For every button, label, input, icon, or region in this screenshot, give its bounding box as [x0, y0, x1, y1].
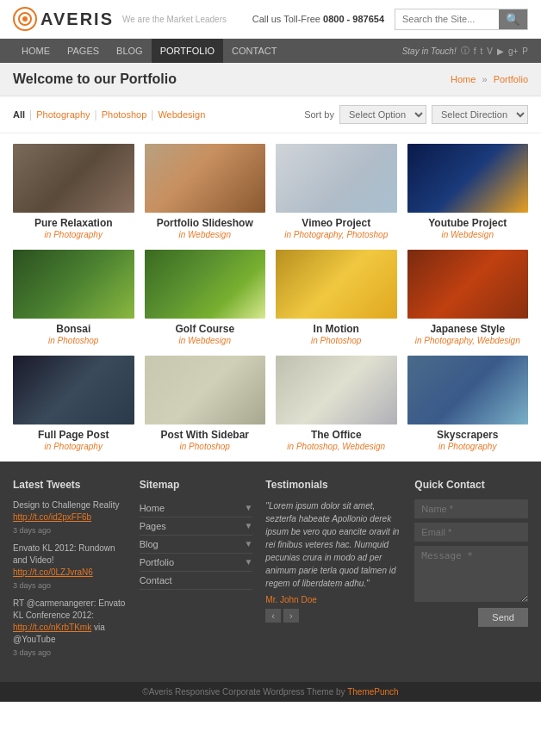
testimonials-title: Testimonials: [265, 479, 401, 491]
tweet-text-1: Design to Challenge Reality http://t.co/…: [13, 499, 127, 524]
sort-section: Sort by Select Option Select Direction: [304, 105, 528, 124]
social-icon-pin[interactable]: P: [522, 46, 528, 56]
phone-number: 0800 - 987654: [323, 14, 384, 24]
contact-name-input[interactable]: [414, 499, 528, 518]
nav-contact[interactable]: CONTACT: [223, 39, 285, 63]
sitemap-arrow-pages[interactable]: ▼: [244, 521, 252, 531]
nav-blog[interactable]: BLOG: [108, 39, 152, 63]
footer-testimonials: Testimonials "Lorem ipsum dolor sit amet…: [265, 479, 401, 665]
sitemap-link-pages[interactable]: Pages: [140, 521, 166, 531]
sort-label: Sort by: [304, 109, 334, 120]
logo[interactable]: AVERIS We are the Market Leaders: [13, 7, 227, 31]
testimonial-text: "Lorem ipsum dolor sit amet, sezterfa ha…: [265, 499, 401, 590]
portfolio-title: Youtube Project: [407, 217, 529, 229]
search-input[interactable]: [395, 9, 499, 29]
filter-photoshop[interactable]: Photoshop: [102, 109, 147, 120]
portfolio-title: Vimeo Project: [276, 217, 397, 229]
portfolio-category: in Photoshop: [13, 336, 134, 345]
portfolio-thumb: [407, 250, 529, 319]
social-icon-fb[interactable]: f: [474, 46, 476, 56]
portfolio-title: Golf Course: [145, 323, 266, 335]
sort-option-select[interactable]: Select Option: [339, 105, 426, 124]
sitemap-link-home[interactable]: Home: [140, 503, 165, 513]
social-icon-gp[interactable]: g+: [508, 46, 518, 56]
sitemap-arrow-home[interactable]: ▼: [244, 503, 252, 513]
portfolio-item[interactable]: Bonsaiin Photoshop: [13, 250, 134, 345]
portfolio-section: Pure Relaxationin PhotographyPortfolio S…: [0, 133, 541, 462]
tweet-time-1: 3 days ago: [13, 526, 51, 535]
portfolio-thumb: [13, 144, 134, 213]
sitemap-item-home: Home ▼: [140, 499, 253, 517]
portfolio-item[interactable]: In Motionin Photoshop: [276, 250, 397, 345]
portfolio-thumb: [13, 250, 134, 319]
svg-point-2: [22, 16, 28, 22]
main-nav: HOME PAGES BLOG PORTFOLIO CONTACT Stay i…: [0, 39, 541, 63]
portfolio-category: in Photoshop: [145, 442, 266, 451]
portfolio-thumb: [276, 144, 397, 213]
testimonial-prev[interactable]: ‹: [265, 609, 281, 623]
social-icon-v[interactable]: V: [487, 46, 493, 56]
contact-email-input[interactable]: [414, 523, 528, 542]
portfolio-title: Pure Relaxation: [13, 217, 134, 229]
sitemap-arrow-blog[interactable]: ▼: [244, 539, 252, 549]
portfolio-category: in Webdesign: [145, 230, 266, 239]
portfolio-category: in Photography, Photoshop: [276, 230, 397, 239]
portfolio-item[interactable]: Full Page Postin Photography: [13, 356, 134, 451]
search-form: 🔍: [395, 9, 528, 30]
portfolio-category: in Photoshop: [276, 336, 397, 345]
social-icon-yt[interactable]: ▶: [497, 46, 504, 56]
portfolio-item[interactable]: Youtube Projectin Webdesign: [407, 144, 529, 239]
tweet-link-3[interactable]: http://t.co/nKrbTKmk: [13, 623, 91, 632]
portfolio-category: in Photography: [13, 230, 134, 239]
page-title: Welcome to our Portfolio: [13, 71, 177, 87]
portfolio-category: in Photography, Webdesign: [407, 336, 529, 345]
filter-photography[interactable]: Photography: [36, 109, 90, 120]
sitemap-link-portfolio[interactable]: Portfolio: [140, 557, 174, 567]
footer-quick-contact: Quick Contact Send: [414, 479, 528, 665]
footer-bottom-text: ©Averis Responsive Corporate Wordpress T…: [142, 687, 347, 697]
portfolio-title: In Motion: [276, 323, 397, 335]
sitemap-item-pages: Pages ▼: [140, 517, 253, 536]
portfolio-thumb: [145, 144, 266, 213]
footer-tweets: Latest Tweets Design to Challenge Realit…: [13, 479, 127, 665]
nav-home[interactable]: HOME: [13, 39, 59, 63]
sitemap-arrow-portfolio[interactable]: ▼: [244, 557, 252, 567]
social-icon-tw[interactable]: t: [480, 46, 482, 56]
portfolio-item[interactable]: Portfolio Slideshowin Webdesign: [145, 144, 266, 239]
breadcrumb-separator: »: [482, 74, 487, 84]
testimonial-next[interactable]: ›: [283, 609, 299, 623]
tweet-time-3: 3 days ago: [13, 648, 51, 657]
breadcrumb-home[interactable]: Home: [451, 74, 476, 84]
sort-direction-select[interactable]: Select Direction: [432, 105, 528, 124]
contact-message-textarea[interactable]: [414, 546, 528, 602]
portfolio-item[interactable]: Vimeo Projectin Photography, Photoshop: [276, 144, 397, 239]
portfolio-item[interactable]: Pure Relaxationin Photography: [13, 144, 134, 239]
tweet-link-2[interactable]: http://t.co/0LZJvraN6: [13, 567, 93, 577]
breadcrumb-current: Portfolio: [494, 74, 528, 84]
nav-portfolio[interactable]: PORTFOLIO: [152, 39, 223, 63]
portfolio-category: in Webdesign: [145, 336, 266, 345]
filter-bar: All | Photography | Photoshop | Webdesig…: [0, 96, 541, 133]
footer: Latest Tweets Design to Challenge Realit…: [0, 462, 541, 682]
portfolio-item[interactable]: Post With Sidebarin Photoshop: [145, 356, 266, 451]
tweet-link-1[interactable]: http://t.co/id2pxFF6b: [13, 512, 91, 522]
portfolio-item[interactable]: The Officein Photoshop, Webdesign: [276, 356, 397, 451]
filter-webdesign[interactable]: Webdesign: [158, 109, 205, 120]
footer-bottom-link[interactable]: ThemePunch: [347, 687, 398, 697]
portfolio-item[interactable]: Japanese Stylein Photography, Webdesign: [407, 250, 529, 345]
nav-pages[interactable]: PAGES: [59, 39, 108, 63]
search-button[interactable]: 🔍: [499, 9, 527, 29]
social-icon-rss[interactable]: ⓘ: [461, 45, 469, 57]
logo-text: AVERIS: [40, 9, 114, 29]
breadcrumb-bar: Welcome to our Portfolio Home » Portfoli…: [0, 63, 541, 96]
portfolio-thumb: [276, 250, 397, 319]
portfolio-grid: Pure Relaxationin PhotographyPortfolio S…: [13, 144, 528, 451]
portfolio-item[interactable]: Skyscrapersin Photography: [407, 356, 529, 451]
portfolio-item[interactable]: Golf Coursein Webdesign: [145, 250, 266, 345]
sitemap-link-contact[interactable]: Contact: [140, 575, 172, 586]
portfolio-thumb: [13, 356, 134, 424]
filter-all[interactable]: All: [13, 109, 25, 120]
send-button[interactable]: Send: [478, 608, 528, 627]
portfolio-title: Bonsai: [13, 323, 134, 335]
sitemap-link-blog[interactable]: Blog: [140, 539, 159, 549]
